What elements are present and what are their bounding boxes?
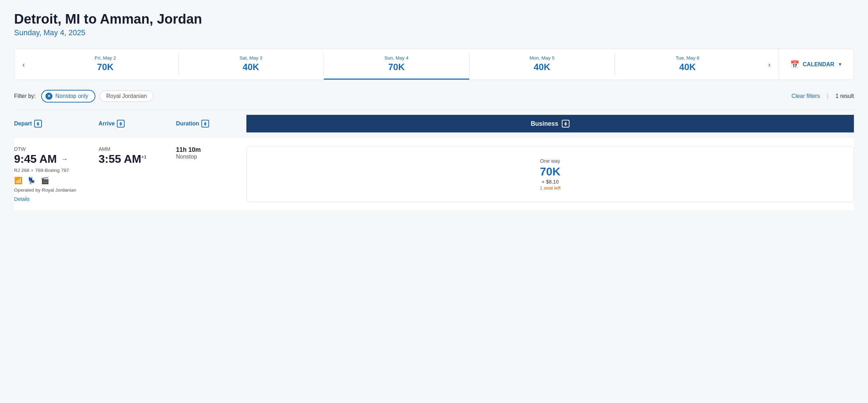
date-points-3: 40K xyxy=(534,62,550,72)
day-offset: +1 xyxy=(141,154,147,160)
nonstop-label: Nonstop xyxy=(176,154,241,160)
seat-icon: 💺 xyxy=(27,176,36,185)
date-item-tue-may6[interactable]: Tue, May 6 40K xyxy=(615,49,760,80)
duration-sort-icon xyxy=(201,120,209,128)
filter-pipe: | xyxy=(827,93,828,99)
date-label-0: Fri, May 2 xyxy=(95,55,116,61)
flight-arrive: AMM 3:55 AM+1 xyxy=(99,146,176,202)
arrive-column-header: Arrive xyxy=(99,120,176,128)
date-nav: ‹ Fri, May 2 70K Sat, May 3 40K Sun, May… xyxy=(14,49,854,80)
date-item-sat-may3[interactable]: Sat, May 3 40K xyxy=(178,49,324,80)
date-item-mon-may5[interactable]: Mon, May 5 40K xyxy=(470,49,615,80)
arrive-time: 3:55 AM+1 xyxy=(99,153,170,166)
duration-sort-down-icon xyxy=(204,124,207,126)
arrive-airport-code: AMM xyxy=(99,146,170,152)
duration-time: 11h 10m xyxy=(176,146,241,154)
page-title: Detroit, MI to Amman, Jordan xyxy=(14,11,854,27)
prev-date-button[interactable]: ‹ xyxy=(14,49,33,80)
date-label-4: Tue, May 6 xyxy=(676,55,700,61)
date-item-fri-may2[interactable]: Fri, May 2 70K xyxy=(33,49,178,80)
next-date-button[interactable]: › xyxy=(760,49,779,80)
business-label: Business xyxy=(531,120,558,128)
calendar-button[interactable]: 📅 CALENDAR ▼ xyxy=(779,49,854,80)
depart-time-value: 9:45 AM xyxy=(14,153,57,166)
entertainment-icon: 🎬 xyxy=(41,176,49,185)
flight-row: DTW 9:45 AM → RJ 268 788-Boeing 787 📶 💺 … xyxy=(14,138,854,211)
clear-filters-link[interactable]: Clear filters xyxy=(791,93,820,99)
business-sort-up-icon xyxy=(564,122,567,124)
arrive-sort-up-icon xyxy=(119,122,122,124)
depart-label: Depart xyxy=(14,120,32,127)
duration-label: Duration xyxy=(176,120,199,127)
flight-amenities: 📶 💺 🎬 xyxy=(14,176,93,185)
page-subtitle: Sunday, May 4, 2025 xyxy=(14,28,854,37)
business-sort-down-icon xyxy=(564,124,567,126)
date-points-4: 40K xyxy=(679,62,696,72)
date-label-3: Mon, May 5 xyxy=(529,55,554,61)
fare-points: 70K xyxy=(540,165,561,178)
date-label-1: Sat, May 3 xyxy=(239,55,262,61)
arrive-sort-down-icon xyxy=(119,124,122,126)
sort-arrow-down-icon xyxy=(37,124,39,126)
result-count: 1 result xyxy=(836,93,854,99)
duration-column-header: Duration xyxy=(176,120,246,128)
flight-depart: DTW 9:45 AM → RJ 268 788-Boeing 787 📶 💺 … xyxy=(14,146,99,202)
filter-label: Filter by: xyxy=(14,93,36,99)
wifi-icon: 📶 xyxy=(14,176,23,185)
flight-info: RJ 268 788-Boeing 787 xyxy=(14,168,93,173)
aircraft-type: 788-Boeing 787 xyxy=(35,168,69,173)
fare-card[interactable]: One way 70K + $8.10 1 seat left xyxy=(246,146,854,202)
duration-sort-up-icon xyxy=(204,122,207,124)
arrive-sort-icon xyxy=(117,120,125,128)
date-label-2: Sun, May 4 xyxy=(384,55,409,61)
depart-sort-button[interactable]: Depart xyxy=(14,120,99,128)
arrive-sort-button[interactable]: Arrive xyxy=(99,120,176,128)
flight-duration: 11h 10m Nonstop xyxy=(176,146,246,202)
fare-seats-left: 1 seat left xyxy=(540,185,561,191)
calendar-icon: 📅 xyxy=(790,60,799,69)
royal-jordanian-filter-chip[interactable]: Royal Jordanian xyxy=(100,91,154,102)
date-points-1: 40K xyxy=(243,62,259,72)
date-points-0: 70K xyxy=(97,62,114,72)
calendar-label: CALENDAR xyxy=(803,61,835,68)
arrive-label: Arrive xyxy=(99,120,115,127)
flight-number: RJ 268 xyxy=(14,168,29,173)
arrow-right-icon: → xyxy=(61,155,68,163)
fare-way: One way xyxy=(540,158,560,164)
calendar-chevron-icon: ▼ xyxy=(838,62,842,67)
date-item-sun-may4[interactable]: Sun, May 4 70K xyxy=(324,49,469,80)
business-column-header[interactable]: Business xyxy=(246,115,854,132)
nonstop-filter-label: Nonstop only xyxy=(55,93,88,99)
depart-column-header: Depart xyxy=(14,120,99,128)
depart-sort-icon xyxy=(34,120,42,128)
details-link[interactable]: Details xyxy=(14,196,30,202)
operated-by: Operated by Royal Jordanian xyxy=(14,187,93,193)
royal-jordanian-filter-label: Royal Jordanian xyxy=(106,93,147,99)
depart-time: 9:45 AM → xyxy=(14,153,93,166)
business-sort-icon xyxy=(562,120,570,128)
date-points-2: 70K xyxy=(388,62,405,72)
arrive-time-value: 3:55 AM xyxy=(99,153,141,165)
filter-bar: Filter by: ✕ Nonstop only Royal Jordania… xyxy=(14,90,854,103)
depart-airport-code: DTW xyxy=(14,146,93,152)
duration-sort-button[interactable]: Duration xyxy=(176,120,246,128)
close-icon: ✕ xyxy=(45,93,52,100)
flight-dot xyxy=(31,169,33,171)
sort-arrow-up-icon xyxy=(37,122,39,124)
results-header: Depart Arrive Duration Business xyxy=(14,110,854,138)
fare-tax: + $8.10 xyxy=(542,179,559,185)
date-nav-dates: Fri, May 2 70K Sat, May 3 40K Sun, May 4… xyxy=(33,49,760,80)
nonstop-filter-chip[interactable]: ✕ Nonstop only xyxy=(41,90,95,103)
